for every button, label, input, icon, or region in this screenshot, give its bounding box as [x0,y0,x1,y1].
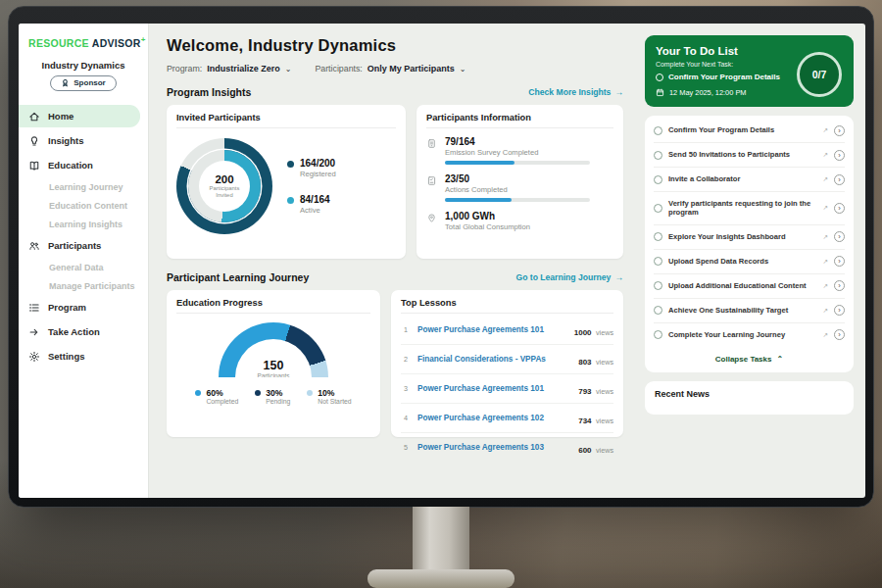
lesson-link[interactable]: Power Purchase Agreements 102 [417,414,571,422]
link-label: Check More Insights [528,87,611,97]
todo-panel: Your To Do List Complete Your Next Task:… [639,24,865,498]
survey-icon [426,137,437,150]
chevron-right-icon[interactable]: › [834,125,845,136]
lesson-link[interactable]: Power Purchase Agreements 103 [417,443,571,452]
checkbox-icon[interactable] [654,175,662,184]
calendar-icon [656,88,664,97]
sponsor-badge-label: Sponsor [74,78,105,87]
arrow-right-icon: → [614,87,623,97]
sidebar-item-label: Insights [48,135,83,146]
filters-row: Program: Industrialize Zero ⌄ Participan… [167,64,623,74]
info-row-actions: 23/50 Actions Completed [426,173,613,202]
lesson-row: 1 Power Purchase Agreements 101 1000 vie… [401,316,613,345]
chevron-right-icon[interactable]: › [834,174,845,185]
external-link-icon: ↗ [823,258,828,266]
org-name: Industry Dynamics [19,60,148,71]
lesson-row: 2 Financial Considerations - VPPAs 803 v… [401,345,613,374]
task-row[interactable]: Upload Spend Data Records ↗ › [654,250,845,274]
todo-summary-card: Your To Do List Complete Your Next Task:… [645,35,854,107]
section-title: Participant Learning Journey [167,271,309,283]
task-row[interactable]: Send 50 Invitations to Participants ↗ › [654,143,845,168]
checkbox-icon[interactable] [654,151,662,160]
todo-next-task[interactable]: Confirm Your Program Details [656,73,805,81]
sidebar-item-label: Education [48,160,93,171]
views-count: 600 [578,446,591,455]
task-row[interactable]: Verify participants requesting to join t… [654,192,845,225]
list-icon [28,302,40,314]
participants-filter-value: Only My Participants [368,64,455,74]
legend-value: 60% [206,388,238,398]
legend-item-completed: 60% Completed [195,388,238,405]
info-value: 23/50 [445,173,590,184]
learning-journey-header: Participant Learning Journey Go to Learn… [167,271,623,283]
checkbox-icon[interactable] [654,232,662,241]
sidebar-item-education[interactable]: Education [19,154,140,176]
chevron-glyph: › [838,204,841,213]
chevron-right-icon[interactable]: › [834,329,845,340]
sidebar-item-label: Settings [48,351,84,362]
program-filter[interactable]: Program: Industrialize Zero ⌄ [167,64,291,74]
collapse-tasks-button[interactable]: Collapse Tasks ⌃ [654,347,845,370]
lesson-link[interactable]: Power Purchase Agreements 101 [417,325,567,334]
task-row[interactable]: Explore Your Insights Dashboard ↗ › [654,225,845,250]
chevron-right-icon[interactable]: › [834,280,845,291]
go-to-learning-journey-link[interactable]: Go to Learning Journey → [515,272,623,282]
scene-background: RESOURCE ADVISOR+ Industry Dynamics Spon… [0,0,882,588]
todo-progress-ring: 0/7 [797,52,842,97]
lesson-row: 4 Power Purchase Agreements 102 734 view… [401,404,613,433]
sidebar-item-learning-journey[interactable]: Learning Journey [19,177,148,196]
participants-filter[interactable]: Participants: Only My Participants ⌄ [315,64,466,74]
checkbox-icon[interactable] [654,204,662,213]
sidebar-item-take-action[interactable]: Take Action [19,320,140,343]
chevron-right-icon[interactable]: › [834,203,845,214]
lesson-link[interactable]: Financial Considerations - VPPAs [417,355,571,364]
checkbox-icon[interactable] [654,126,662,135]
lesson-rank: 2 [401,355,411,364]
sponsor-badge[interactable]: Sponsor [50,75,116,91]
chevron-glyph: › [838,330,841,339]
legend-item-active: 84/164 Active [287,194,336,215]
lesson-link[interactable]: Power Purchase Agreements 101 [417,384,571,393]
task-row[interactable]: Upload Additional Educational Content ↗ … [654,274,845,299]
sidebar-item-program[interactable]: Program [19,296,140,318]
sidebar-item-learning-insights[interactable]: Learning Insights [19,215,148,233]
checkbox-icon[interactable] [654,330,662,339]
views-count: 793 [578,387,591,396]
invited-participants-donut: 200 Participants Invited [176,138,272,234]
sidebar-item-insights[interactable]: Insights [19,129,140,152]
chevron-right-icon[interactable]: › [834,256,845,267]
check-more-insights-link[interactable]: Check More Insights → [528,87,623,97]
logo-text-advisor: ADVISOR [92,37,141,49]
sidebar-item-home[interactable]: Home [19,105,140,127]
task-label: Achieve One Sustainability Target [668,306,817,316]
chevron-right-icon[interactable]: › [834,231,845,242]
external-link-icon: ↗ [823,282,828,290]
location-pin-icon [426,212,437,224]
lesson-row: 5 Power Purchase Agreements 103 600 view… [401,433,613,462]
sidebar-item-participants[interactable]: Participants [19,234,140,257]
sidebar-item-settings[interactable]: Settings [19,345,140,368]
monitor-bezel: RESOURCE ADVISOR+ Industry Dynamics Spon… [8,6,874,508]
lightbulb-icon [28,135,40,147]
lesson-views: 734 views [578,410,613,427]
chevron-right-icon[interactable]: › [834,150,845,161]
lesson-rank: 1 [401,325,411,334]
legend-dot [287,161,294,168]
task-row[interactable]: Confirm Your Program Details ↗ › [654,119,845,143]
chevron-right-icon[interactable]: › [834,305,845,316]
checkbox-icon[interactable] [654,257,662,266]
checkbox-icon[interactable] [654,306,662,315]
sidebar-item-manage-participants[interactable]: Manage Participants [19,276,148,295]
task-label: Confirm Your Program Details [668,125,817,135]
todo-next-task-label: Confirm Your Program Details [668,73,780,81]
task-row[interactable]: Complete Your Learning Journey ↗ › [654,323,845,347]
sidebar-item-education-content[interactable]: Education Content [19,196,148,215]
checkbox-icon[interactable] [654,281,662,290]
checkbox-icon[interactable] [656,74,663,81]
sidebar-item-general-data[interactable]: General Data [19,258,148,276]
legend-value: 84/164 [300,194,330,205]
section-title: Program Insights [167,86,251,98]
task-row[interactable]: Invite a Collaborator ↗ › [654,168,845,192]
task-row[interactable]: Achieve One Sustainability Target ↗ › [654,299,845,323]
chevron-glyph: › [838,126,841,135]
